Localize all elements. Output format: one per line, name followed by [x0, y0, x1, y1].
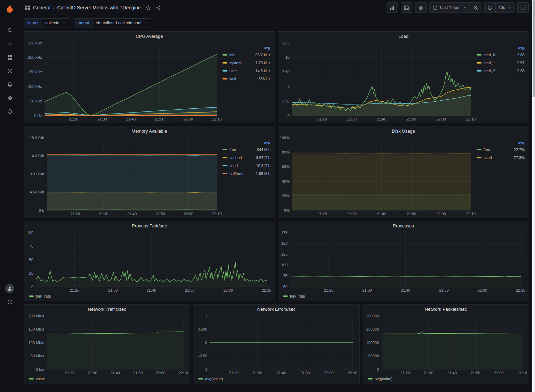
svg-text:21:40: 21:40	[377, 212, 387, 216]
legend-item-label: avg(value)	[205, 377, 223, 381]
dashboard-settings-button[interactable]	[415, 2, 427, 13]
variable-value-dropdown[interactable]: collectd	[42, 18, 69, 27]
chart-memory[interactable]: 0 b4.66 Gib9.31 Gib14.0 Gib18.6 Gib21:20…	[25, 135, 222, 217]
svg-text:22:10: 22:10	[212, 117, 222, 121]
add-panel-button[interactable]	[387, 2, 398, 13]
legend-item-cached[interactable]: cached3.67 Gib	[222, 153, 270, 161]
legend-item-user[interactable]: user14.3 kHz	[222, 67, 270, 75]
svg-text:22:10: 22:10	[179, 371, 188, 375]
legend-item-label: free	[484, 148, 512, 152]
svg-text:250 kHz: 250 kHz	[28, 41, 42, 45]
legend-swatch	[29, 295, 34, 297]
chart-disk[interactable]: 0%20%40%60%80%100%21:2021:3021:4021:5022…	[279, 135, 476, 217]
legend-avg-header: avg	[477, 45, 525, 50]
chart-cpu[interactable]: 0 Hz50 kHz100 kHz150 kHz200 kHz250 kHz21…	[25, 41, 222, 122]
refresh-button[interactable]	[484, 2, 496, 13]
legend-item-idle[interactable]: idle96.2 kHz	[222, 51, 270, 59]
legend-item-fork_rate[interactable]: fork_rate	[29, 294, 51, 298]
legend-item-system[interactable]: system7.79 kHz	[222, 59, 270, 67]
save-dashboard-icon	[404, 5, 409, 10]
legend-item-label: load_0	[484, 53, 515, 57]
svg-text:100: 100	[281, 263, 287, 267]
sidebar-add-button[interactable]	[3, 37, 17, 51]
app: ? General / CollectD Server Metrics with…	[0, 0, 535, 392]
svg-text:12.5: 12.5	[282, 41, 290, 45]
svg-text:21:20: 21:20	[324, 288, 334, 292]
sidebar-dashboards-button[interactable]	[3, 51, 17, 64]
chart-load[interactable]: 02.5057.501012.521:2021:3021:4021:5022:0…	[279, 41, 476, 122]
chart-net_traffic[interactable]: 0 b/s50 Mb/s100 Mb/s150 Mb/s200 Mb/s21:2…	[25, 314, 188, 376]
legend-item-label: free	[229, 148, 255, 152]
legend-item-avg(value)[interactable]: avg(value)	[368, 377, 392, 381]
sidebar-configuration-button[interactable]	[3, 91, 17, 105]
chart-fork[interactable]: 025507510021:2021:3021:4021:5022:0022:10	[25, 230, 273, 293]
scrollbar[interactable]	[532, 0, 535, 392]
legend-item-load_1[interactable]: load_12.57	[477, 59, 525, 67]
svg-text:0 b/s: 0 b/s	[36, 367, 44, 372]
dashboard-title[interactable]: CollectD Server Metrics with TDengine	[57, 5, 140, 10]
panel-title[interactable]: Network Errors/sec	[257, 307, 296, 312]
legend-item-load_0[interactable]: load_02.86	[477, 51, 525, 59]
save-dashboard-button[interactable]	[401, 2, 412, 13]
panel-title[interactable]: Network Packets/sec	[425, 307, 467, 312]
chart-processes[interactable]: 507510012515017521:2021:3021:4021:5022:0…	[279, 230, 527, 293]
sidebar-server-admin-button[interactable]	[3, 105, 17, 118]
svg-text:22:10: 22:10	[348, 371, 357, 375]
sidebar-alerting-button[interactable]	[3, 78, 17, 91]
top-nav: General / CollectD Server Metrics with T…	[19, 0, 535, 15]
explore-icon	[7, 68, 13, 74]
panel-title[interactable]: CPU Average	[136, 34, 163, 39]
refresh-interval-button[interactable]: 10s	[495, 2, 514, 13]
chart-net_errors[interactable]: -1-0.5000.500121:2021:3021:4021:5022:002…	[194, 314, 357, 376]
panel-net_packets: Network Packets/sec050000100000150000200…	[363, 304, 529, 384]
legend-item-avg(value)[interactable]: avg(value)	[198, 377, 223, 381]
svg-text:21:50: 21:50	[185, 288, 195, 292]
legend: value	[25, 376, 188, 383]
variable-value-dropdown[interactable]: etc-collectd-collectd.conf	[92, 18, 151, 27]
panel-title[interactable]: Network Traffic/sec	[88, 307, 126, 312]
legend-item-used[interactable]: used77.3%	[477, 153, 525, 161]
svg-text:75: 75	[283, 274, 287, 278]
legend-item-value: 14.3 kHz	[256, 69, 270, 73]
dashboards-icon	[7, 55, 13, 60]
legend-item-buffered[interactable]: buffered1.68 Mib	[222, 169, 270, 177]
legend-item-load_2[interactable]: load_22.38	[477, 67, 525, 75]
share-icon[interactable]	[156, 5, 161, 10]
sidebar-avatar-button[interactable]	[3, 282, 17, 295]
svg-text:175: 175	[281, 231, 287, 235]
svg-text:22:10: 22:10	[262, 288, 271, 292]
cycle-view-button[interactable]	[517, 2, 529, 13]
breadcrumb-folder[interactable]: General	[33, 5, 50, 10]
legend-item-free[interactable]: free22.7%	[477, 145, 525, 153]
legend-item-used[interactable]: used10.8 Gib	[222, 161, 270, 169]
legend-item-value[interactable]: value	[29, 377, 45, 381]
zoom-out-button[interactable]	[470, 2, 481, 13]
svg-text:22:00: 22:00	[184, 117, 193, 121]
variable-label: mount	[74, 18, 92, 27]
sidebar-explore-button[interactable]	[3, 64, 17, 78]
legend-item-fork_rate[interactable]: fork_rate	[283, 294, 305, 298]
legend-item-value: 2.38	[517, 69, 525, 73]
legend-item-wait[interactable]: wait386 Hz	[222, 75, 270, 83]
svg-text:21:50: 21:50	[300, 371, 310, 375]
panel-header-cpu: CPU Average	[24, 32, 275, 41]
sidebar-search-button[interactable]	[3, 24, 17, 37]
svg-text:150 kHz: 150 kHz	[28, 70, 42, 74]
svg-text:50: 50	[283, 285, 287, 289]
panel-title[interactable]: Disk Usage	[392, 128, 415, 134]
grafana-logo-icon[interactable]	[5, 3, 15, 14]
dashboards-grid-icon	[25, 5, 30, 10]
legend-item-free[interactable]: free344 Mib	[222, 145, 270, 153]
star-icon[interactable]	[146, 5, 151, 10]
panel-title[interactable]: Load	[398, 34, 408, 39]
legend: fork_rate	[279, 293, 527, 300]
chart-net_packets[interactable]: 05000010000015000020000021:2021:3021:402…	[364, 314, 527, 376]
legend: avgfree344 Mibcached3.67 Gibused10.8 Gib…	[222, 135, 273, 217]
panel-title[interactable]: Process Fork/sec	[132, 223, 167, 228]
scrollbar-thumb[interactable]	[533, 0, 535, 97]
panel-title[interactable]: Processes	[393, 223, 414, 228]
panel-title[interactable]: Memory Available	[131, 128, 167, 134]
time-range-button[interactable]: Last 1 hour	[429, 2, 470, 13]
legend-item-label: fork_rate	[36, 294, 51, 298]
sidebar-help-button[interactable]: ?	[3, 295, 17, 309]
